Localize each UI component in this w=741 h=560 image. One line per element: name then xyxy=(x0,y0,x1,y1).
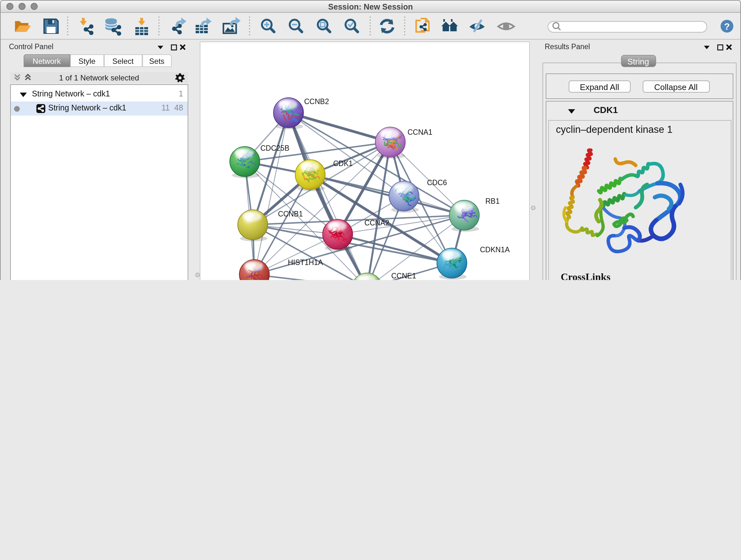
svg-text:CCNA1: CCNA1 xyxy=(408,128,432,136)
svg-text:CDC25B: CDC25B xyxy=(260,144,289,152)
svg-text:CCNB1: CCNB1 xyxy=(278,210,303,218)
svg-text:CDK1: CDK1 xyxy=(333,159,353,168)
svg-text:CDKN1A: CDKN1A xyxy=(480,246,510,254)
svg-text:RB1: RB1 xyxy=(485,197,500,205)
svg-text:CCNE1: CCNE1 xyxy=(391,272,416,280)
svg-text:CDC6: CDC6 xyxy=(427,179,447,187)
svg-text:CCNB2: CCNB2 xyxy=(304,98,329,106)
svg-text:HIST1H1A: HIST1H1A xyxy=(288,258,323,266)
svg-text:CCNA2: CCNA2 xyxy=(364,219,389,227)
svg-text:?: ? xyxy=(724,21,730,32)
